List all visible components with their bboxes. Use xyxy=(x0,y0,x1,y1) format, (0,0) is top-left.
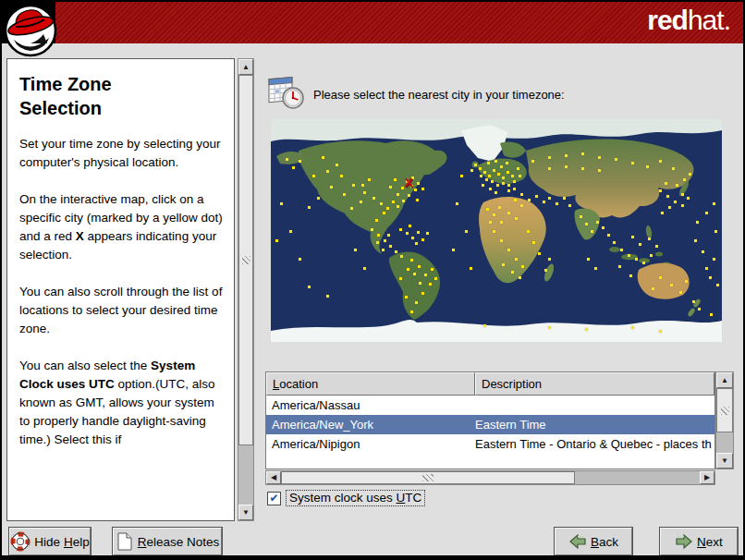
table-scroll-up-button[interactable]: ▲ xyxy=(716,372,733,388)
city-dot[interactable] xyxy=(661,212,664,214)
city-dot[interactable] xyxy=(275,239,278,242)
city-dot[interactable] xyxy=(702,250,704,253)
city-dot[interactable] xyxy=(548,326,551,329)
city-dot[interactable] xyxy=(289,230,292,233)
city-dot[interactable] xyxy=(548,167,551,170)
city-dot[interactable] xyxy=(474,164,477,166)
city-dot[interactable] xyxy=(352,184,355,187)
city-dot[interactable] xyxy=(500,221,503,224)
help-scrollbar-thumb[interactable] xyxy=(238,75,253,445)
city-dot[interactable] xyxy=(470,169,473,172)
city-dot[interactable] xyxy=(698,308,701,310)
city-dot[interactable] xyxy=(482,184,484,187)
city-dot[interactable] xyxy=(507,184,510,187)
city-dot[interactable] xyxy=(513,180,516,183)
city-dot[interactable] xyxy=(343,193,346,196)
city-dot[interactable] xyxy=(308,286,311,288)
city-dot[interactable] xyxy=(424,274,427,276)
city-dot[interactable] xyxy=(317,197,320,200)
city-dot[interactable] xyxy=(568,204,571,207)
city-dot[interactable] xyxy=(714,230,717,233)
city-dot[interactable] xyxy=(286,158,288,161)
city-dot[interactable] xyxy=(415,301,418,304)
location-column-header[interactable]: Location xyxy=(266,372,475,396)
city-dot[interactable] xyxy=(668,206,671,209)
city-dot[interactable] xyxy=(498,206,501,209)
city-dot[interactable] xyxy=(710,313,713,316)
city-dot[interactable] xyxy=(308,206,311,209)
city-dot[interactable] xyxy=(713,202,715,205)
city-dot[interactable] xyxy=(409,225,411,227)
city-dot[interactable] xyxy=(502,182,505,185)
city-dot[interactable] xyxy=(470,267,472,270)
table-scroll-left-button[interactable]: ◀ xyxy=(266,471,281,484)
city-dot[interactable] xyxy=(389,245,392,248)
city-dot[interactable] xyxy=(394,178,397,181)
city-dot[interactable] xyxy=(674,201,677,203)
city-dot[interactable] xyxy=(460,175,463,177)
city-dot[interactable] xyxy=(452,249,455,251)
city-dot[interactable] xyxy=(515,217,518,220)
city-dot[interactable] xyxy=(650,254,653,257)
city-dot[interactable] xyxy=(646,165,649,168)
city-dot[interactable] xyxy=(417,182,420,185)
city-dot[interactable] xyxy=(685,280,688,283)
city-dot[interactable] xyxy=(336,164,338,166)
city-dot[interactable] xyxy=(538,252,541,255)
city-dot[interactable] xyxy=(419,282,421,285)
city-dot[interactable] xyxy=(340,175,343,177)
city-dot[interactable] xyxy=(486,208,489,211)
city-dot[interactable] xyxy=(511,175,514,177)
city-dot[interactable] xyxy=(535,195,538,198)
city-dot[interactable] xyxy=(299,160,301,163)
table-scroll-down-button[interactable]: ▼ xyxy=(716,453,733,469)
city-dot[interactable] xyxy=(689,173,691,176)
city-dot[interactable] xyxy=(659,160,662,163)
table-scroll-right-button[interactable]: ▶ xyxy=(700,471,714,484)
city-dot[interactable] xyxy=(670,284,673,286)
city-dot[interactable] xyxy=(521,265,524,268)
city-dot[interactable] xyxy=(488,175,491,177)
city-dot[interactable] xyxy=(456,202,458,205)
city-dot[interactable] xyxy=(491,180,494,183)
city-dot[interactable] xyxy=(596,221,599,224)
city-dot[interactable] xyxy=(429,283,432,286)
city-dot[interactable] xyxy=(507,249,510,251)
city-dot[interactable] xyxy=(659,276,662,279)
city-dot[interactable] xyxy=(493,230,495,233)
city-dot[interactable] xyxy=(421,188,424,190)
city-dot[interactable] xyxy=(544,269,547,272)
table-horizontal-scrollbar[interactable]: ◀ ▶ xyxy=(265,470,715,485)
city-dot[interactable] xyxy=(687,197,690,200)
city-dot[interactable] xyxy=(594,267,597,270)
city-dot[interactable] xyxy=(652,287,654,290)
city-dot[interactable] xyxy=(563,197,566,200)
city-dot[interactable] xyxy=(631,162,634,164)
next-button[interactable]: Next xyxy=(660,528,738,555)
city-dot[interactable] xyxy=(585,223,588,225)
city-dot[interactable] xyxy=(648,237,651,240)
city-dot[interactable] xyxy=(487,162,490,164)
city-dot[interactable] xyxy=(413,273,416,275)
city-dot[interactable] xyxy=(375,219,378,222)
city-dot[interactable] xyxy=(401,187,404,189)
city-dot[interactable] xyxy=(548,156,551,159)
city-dot[interactable] xyxy=(431,268,434,271)
city-dot[interactable] xyxy=(418,265,421,268)
city-dot[interactable] xyxy=(280,202,283,205)
city-dot[interactable] xyxy=(493,213,495,216)
city-dot[interactable] xyxy=(414,189,417,191)
city-dot[interactable] xyxy=(485,178,488,181)
city-dot[interactable] xyxy=(408,194,410,197)
city-dot[interactable] xyxy=(376,241,379,244)
table-row-selected[interactable]: America/New_York Eastern Time xyxy=(266,415,714,434)
city-dot[interactable] xyxy=(392,201,395,203)
city-dot[interactable] xyxy=(681,193,684,196)
city-dot[interactable] xyxy=(635,258,638,261)
city-dot[interactable] xyxy=(363,191,366,194)
city-dot[interactable] xyxy=(692,300,695,303)
city-dot[interactable] xyxy=(405,296,408,298)
release-notes-button[interactable]: Release Notes xyxy=(113,528,222,555)
city-dot[interactable] xyxy=(360,201,362,203)
city-dot[interactable] xyxy=(556,202,558,205)
